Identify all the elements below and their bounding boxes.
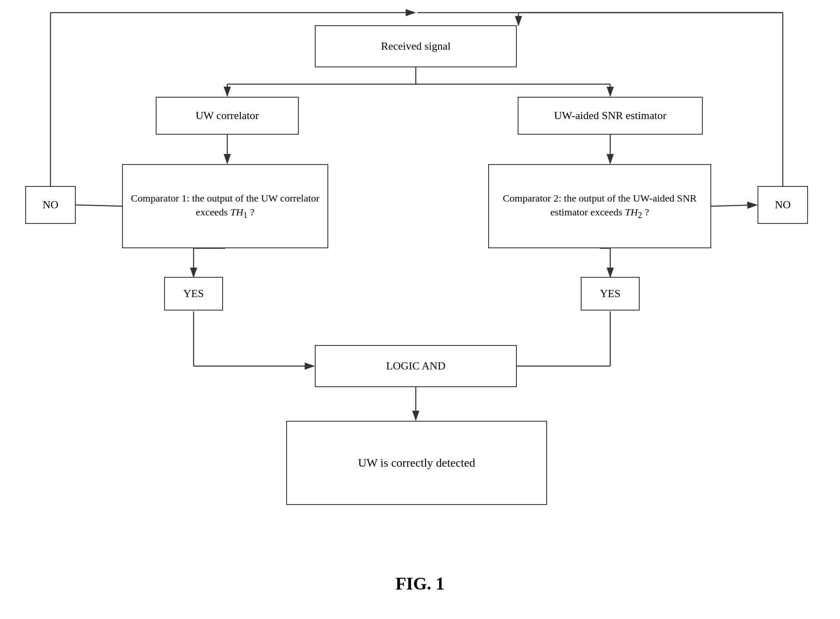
comparator1-label: Comparator 1: the output of the UW corre… (130, 191, 321, 221)
uw-correlator-label: UW correlator (196, 108, 259, 123)
uw-detected-label: UW is correctly detected (358, 455, 476, 471)
received-signal-box: Received signal (315, 25, 517, 67)
uw-snr-estimator-label: UW-aided SNR estimator (554, 108, 666, 123)
no-right-box: NO (758, 186, 808, 224)
no-left-label: NO (43, 197, 58, 212)
yes-left-label: YES (183, 286, 204, 301)
logic-and-label: LOGIC AND (386, 359, 446, 373)
comparator1-box: Comparator 1: the output of the UW corre… (122, 164, 328, 248)
no-left-box: NO (25, 186, 76, 224)
uw-detected-box: UW is correctly detected (286, 421, 547, 505)
uw-snr-estimator-box: UW-aided SNR estimator (518, 97, 703, 135)
uw-correlator-box: UW correlator (156, 97, 299, 135)
arrows-svg (0, 0, 840, 619)
yes-right-label: YES (600, 286, 620, 301)
comparator2-label: Comparator 2: the output of the UW-aided… (496, 191, 704, 221)
logic-and-box: LOGIC AND (315, 345, 517, 387)
yes-right-box: YES (581, 277, 640, 311)
yes-left-box: YES (164, 277, 223, 311)
comparator2-box: Comparator 2: the output of the UW-aided… (488, 164, 711, 248)
no-right-label: NO (775, 197, 791, 212)
figure-label: FIG. 1 (396, 574, 445, 594)
received-signal-label: Received signal (381, 39, 450, 53)
svg-line-8 (77, 205, 122, 206)
svg-line-11 (711, 205, 757, 206)
